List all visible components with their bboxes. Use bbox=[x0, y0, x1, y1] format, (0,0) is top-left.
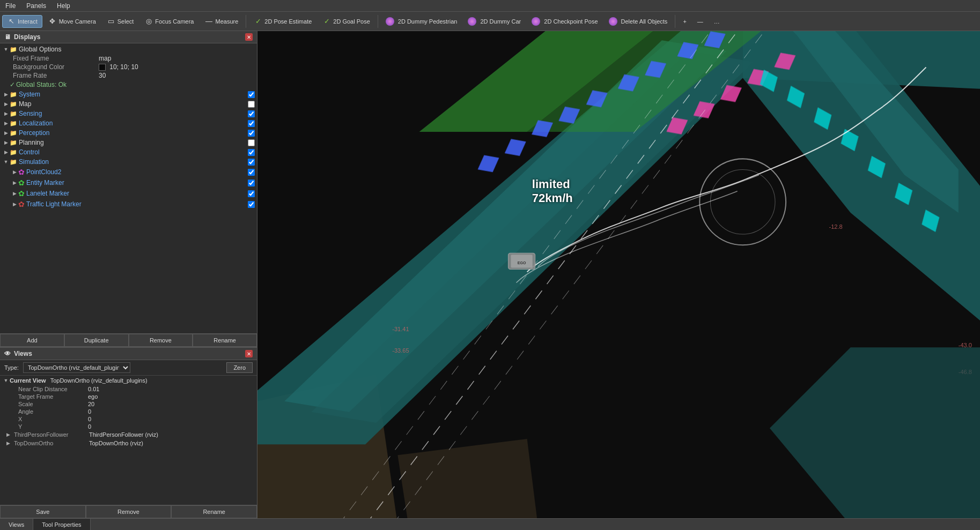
displays-icon: 🖥 bbox=[4, 33, 11, 41]
tree-item-perception[interactable]: ▶ 📁 Perception bbox=[0, 128, 257, 138]
map-checkbox[interactable] bbox=[248, 101, 255, 108]
views-title: 👁 Views bbox=[4, 350, 32, 357]
tool-2d-goal[interactable]: ✓ 2D Goal Pose bbox=[318, 15, 374, 28]
tree-item-entity-marker[interactable]: ▶ ✿ Entity Marker bbox=[0, 177, 257, 188]
control-arrow: ▶ bbox=[2, 148, 10, 156]
current-view-header[interactable]: ▼ Current View TopDownOrtho (rviz_defaul… bbox=[0, 376, 257, 385]
remove-button[interactable]: Remove bbox=[129, 334, 193, 347]
x-label: X bbox=[2, 416, 88, 422]
system-arrow: ▶ bbox=[2, 91, 10, 98]
tab-views[interactable]: Views bbox=[0, 519, 33, 530]
tool-measure[interactable]: — Measure bbox=[200, 15, 243, 28]
near-clip-label: Near Clip Distance bbox=[2, 386, 88, 392]
planning-arrow: ▶ bbox=[2, 139, 10, 146]
select-icon: ▭ bbox=[107, 17, 115, 26]
perception-checkbox[interactable] bbox=[248, 130, 255, 137]
views-rename-button[interactable]: Rename bbox=[171, 505, 257, 518]
third-person-arrow: ▶ bbox=[4, 431, 12, 438]
third-person-label: ThirdPersonFollower bbox=[14, 431, 89, 438]
bg-color-value: 10; 10; 10 bbox=[99, 63, 255, 71]
menu-panels[interactable]: Panels bbox=[21, 1, 51, 11]
tool-focus-camera[interactable]: ◎ Focus Camera bbox=[139, 15, 198, 28]
fixed-frame-value: map bbox=[99, 55, 255, 62]
tab-tool-properties[interactable]: Tool Properties bbox=[33, 519, 90, 530]
tool-delete-all[interactable]: Delete All Objects bbox=[604, 15, 673, 28]
saved-view-top-down[interactable]: ▶ TopDownOrtho TopDownOrtho (rviz) bbox=[0, 439, 257, 447]
menu-help[interactable]: Help bbox=[51, 1, 76, 11]
main-layout: 🖥 Displays ✕ ▼ 📁 Global Options Fixed Fr… bbox=[0, 31, 980, 518]
views-close-button[interactable]: ✕ bbox=[245, 350, 253, 357]
planning-checkbox[interactable] bbox=[248, 139, 255, 146]
x-value: 0 bbox=[88, 416, 91, 422]
tool-interact[interactable]: ↖ Interact bbox=[2, 15, 42, 28]
duplicate-button[interactable]: Duplicate bbox=[64, 334, 129, 347]
views-content: ▼ Current View TopDownOrtho (rviz_defaul… bbox=[0, 376, 257, 505]
tree-item-sensing[interactable]: ▶ 📁 Sensing bbox=[0, 109, 257, 118]
sensing-folder-icon: 📁 bbox=[10, 110, 17, 117]
system-checkbox[interactable] bbox=[248, 91, 255, 98]
global-options-folder-icon: 📁 bbox=[10, 46, 17, 53]
tree-item-lanelet-marker[interactable]: ▶ ✿ Lanelet Marker bbox=[0, 188, 257, 199]
tool-dummy-pedestrian[interactable]: 2D Dummy Pedestrian bbox=[381, 15, 462, 28]
displays-buttons: Add Duplicate Remove Rename bbox=[0, 333, 257, 347]
traffic-light-arrow: ▶ bbox=[11, 200, 18, 208]
viewport[interactable]: EGO -31.41 -33.65 -43.0 -46.8 -12.8 limi… bbox=[257, 31, 980, 518]
views-type-select[interactable]: TopDownOrtho (rviz_default_plugins) bbox=[23, 362, 130, 373]
views-save-button[interactable]: Save bbox=[0, 505, 86, 518]
speed-limit-line2: 72km/h bbox=[532, 191, 573, 205]
view-prop-near-clip: Near Clip Distance 0.01 bbox=[0, 385, 257, 393]
tool-measure-label: Measure bbox=[215, 18, 238, 25]
sensing-checkbox[interactable] bbox=[248, 110, 255, 117]
tool-dummy-car[interactable]: 2D Dummy Car bbox=[463, 15, 526, 28]
tree-item-traffic-light-marker[interactable]: ▶ ✿ Traffic Light Marker bbox=[0, 199, 257, 210]
pointcloud2-icon: ✿ bbox=[18, 168, 25, 176]
map-view: EGO -31.41 -33.65 -43.0 -46.8 -12.8 limi… bbox=[257, 31, 980, 518]
traffic-light-checkbox[interactable] bbox=[248, 201, 255, 208]
tool-extra-plus[interactable]: + bbox=[678, 16, 691, 27]
tree-item-simulation[interactable]: ▼ 📁 Simulation bbox=[0, 157, 257, 167]
plus-icon: + bbox=[683, 18, 686, 25]
rename-button[interactable]: Rename bbox=[193, 334, 257, 347]
add-button[interactable]: Add bbox=[0, 334, 64, 347]
2d-goal-icon: ✓ bbox=[322, 17, 331, 26]
tool-2d-pose[interactable]: ✓ 2D Pose Estimate bbox=[249, 15, 316, 28]
tree-item-global-options[interactable]: ▼ 📁 Global Options bbox=[0, 44, 257, 54]
tree-item-planning[interactable]: ▶ 📁 Planning bbox=[0, 138, 257, 147]
global-status-check-icon: ✓ bbox=[10, 81, 15, 88]
simulation-checkbox[interactable] bbox=[248, 159, 255, 166]
sensing-arrow: ▶ bbox=[2, 110, 10, 117]
tool-select[interactable]: ▭ Select bbox=[102, 15, 139, 28]
top-down-arrow: ▶ bbox=[4, 439, 12, 447]
tree-item-localization[interactable]: ▶ 📁 Localization bbox=[0, 118, 257, 128]
lanelet-marker-checkbox[interactable] bbox=[248, 190, 255, 197]
tree-item-map[interactable]: ▶ 📁 Map bbox=[0, 99, 257, 109]
pointcloud2-checkbox[interactable] bbox=[248, 169, 255, 176]
tool-move-camera[interactable]: ✥ Move Camera bbox=[43, 15, 101, 28]
tool-checkpoint-pose[interactable]: 2D Checkpoint Pose bbox=[527, 15, 602, 28]
displays-header: 🖥 Displays ✕ bbox=[0, 31, 257, 43]
tree-item-system[interactable]: ▶ 📁 System bbox=[0, 89, 257, 99]
localization-arrow: ▶ bbox=[2, 120, 10, 127]
views-remove-button[interactable]: Remove bbox=[86, 505, 172, 518]
tool-extra-minus[interactable]: — bbox=[692, 16, 708, 27]
svg-text:EGO: EGO bbox=[518, 261, 526, 265]
localization-folder-icon: 📁 bbox=[10, 120, 17, 127]
tool-move-camera-label: Move Camera bbox=[59, 18, 96, 25]
lanelet-marker-arrow: ▶ bbox=[11, 190, 18, 197]
dots-icon: … bbox=[714, 18, 720, 25]
tool-extra-dots[interactable]: … bbox=[709, 16, 725, 27]
third-person-value: ThirdPersonFollower (rviz) bbox=[89, 431, 158, 438]
localization-checkbox[interactable] bbox=[248, 120, 255, 127]
menu-file[interactable]: File bbox=[0, 1, 21, 11]
zero-button[interactable]: Zero bbox=[226, 362, 253, 373]
entity-marker-checkbox[interactable] bbox=[248, 180, 255, 186]
toolbar-sep-2 bbox=[378, 15, 378, 28]
tool-2d-goal-label: 2D Goal Pose bbox=[333, 18, 370, 25]
saved-view-third-person[interactable]: ▶ ThirdPersonFollower ThirdPersonFollowe… bbox=[0, 430, 257, 439]
tree-item-pointcloud2[interactable]: ▶ ✿ PointCloud2 bbox=[0, 167, 257, 177]
tool-dummy-car-label: 2D Dummy Car bbox=[480, 18, 521, 25]
control-checkbox[interactable] bbox=[248, 149, 255, 156]
displays-close-button[interactable]: ✕ bbox=[245, 33, 253, 41]
tree-item-control[interactable]: ▶ 📁 Control bbox=[0, 147, 257, 157]
measure-icon: — bbox=[204, 17, 213, 26]
